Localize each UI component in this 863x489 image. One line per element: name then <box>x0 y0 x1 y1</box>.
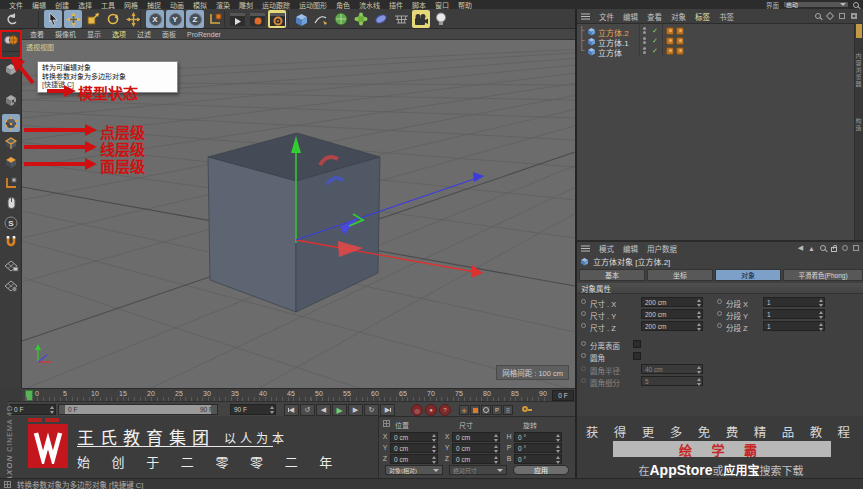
size-y-field[interactable]: 0 cm <box>452 443 500 453</box>
vp-menu-prorender[interactable]: ProRender <box>187 31 221 38</box>
workplane-lock-button[interactable] <box>2 257 20 275</box>
segments-z-field[interactable]: 1 <box>763 321 825 331</box>
tag-icon[interactable] <box>676 47 684 55</box>
enabled-check-icon[interactable]: ✓ <box>652 37 658 45</box>
next-frame-button[interactable]: ▶ <box>348 404 363 416</box>
search-icon[interactable] <box>853 2 859 8</box>
tab-structure[interactable]: 构造 <box>854 118 863 132</box>
anim-dot-icon[interactable] <box>717 311 722 316</box>
range-handle-right[interactable] <box>211 405 217 414</box>
back-arrow-icon[interactable]: ◀ <box>798 244 803 252</box>
viewport[interactable]: 查看 摄像机 显示 选项 过滤 面板 ProRender 透视视图 网格间距 :… <box>22 29 575 388</box>
rotate-tool-button[interactable] <box>104 10 122 28</box>
subdivision-surface-button[interactable] <box>332 10 350 28</box>
lock-x-button[interactable]: X <box>146 10 164 28</box>
size-z-field[interactable]: 0 cm <box>452 454 500 464</box>
vp-menu-filter[interactable]: 过滤 <box>137 29 151 39</box>
visibility-toggles[interactable] <box>643 47 647 55</box>
phong-tag-icon[interactable] <box>666 27 674 35</box>
floor-button[interactable] <box>392 10 410 28</box>
undo-button[interactable] <box>2 10 20 28</box>
record-pla-toggle[interactable]: ⠿ <box>503 405 513 415</box>
render-region-button[interactable] <box>248 10 266 28</box>
rot-b-field[interactable]: 0 ° <box>514 454 562 464</box>
texture-mode-button[interactable] <box>2 91 20 109</box>
om-menu-tags[interactable]: 标签 <box>695 11 710 22</box>
om-menu-objects[interactable]: 对象 <box>671 11 686 22</box>
magnet-snap-button[interactable] <box>2 233 20 251</box>
loop-button[interactable]: ↻ <box>364 404 379 416</box>
visibility-toggles[interactable] <box>643 37 647 45</box>
anim-dot-icon[interactable] <box>581 353 586 358</box>
range-handle-left[interactable] <box>59 405 65 414</box>
record-position-toggle[interactable]: ✛ <box>459 405 469 415</box>
end-frame-field[interactable]: 90 F <box>230 404 276 415</box>
environment-button[interactable] <box>372 10 390 28</box>
om-panel-icon[interactable] <box>851 13 857 19</box>
vp-menu-options[interactable]: 选项 <box>112 29 126 39</box>
fillet-checkbox[interactable] <box>633 352 641 360</box>
snap-button[interactable]: S <box>2 214 20 232</box>
tab-phong[interactable]: 平滑着色(Phong) <box>783 269 863 281</box>
light-button[interactable] <box>432 10 450 28</box>
size-x-field[interactable]: 0 cm <box>452 432 500 442</box>
axis-workplane-button[interactable] <box>2 174 20 192</box>
om-menu-bookmarks[interactable]: 书签 <box>719 11 734 22</box>
up-arrow-icon[interactable]: ▲ <box>808 245 815 252</box>
object-row[interactable]: └ 立方体 ✓ <box>577 46 855 56</box>
layout-dropdown[interactable]: 启动 <box>783 1 849 8</box>
lock-icon[interactable] <box>831 247 837 252</box>
key-icon[interactable] <box>522 405 532 415</box>
scale-tool-button[interactable] <box>84 10 102 28</box>
pos-y-field[interactable]: 0 cm <box>390 443 438 453</box>
segments-x-field[interactable]: 1 <box>763 297 825 307</box>
om-search-icon[interactable] <box>815 13 821 19</box>
vp-menu-view[interactable]: 查看 <box>30 29 44 39</box>
polygons-mode-button[interactable] <box>2 153 20 171</box>
tab-coordinates[interactable]: 坐标 <box>647 269 713 281</box>
tag-icon[interactable] <box>676 27 684 35</box>
anim-dot-icon[interactable] <box>581 311 586 316</box>
pos-z-field[interactable]: 0 cm <box>390 454 438 464</box>
rot-h-field[interactable]: 0 ° <box>514 432 562 442</box>
separate-surfaces-checkbox[interactable] <box>633 340 641 348</box>
tab-basic[interactable]: 基本 <box>579 269 645 281</box>
anim-dot-icon[interactable] <box>717 299 722 304</box>
lock-z-button[interactable]: Z <box>186 10 204 28</box>
record-parameter-toggle[interactable]: P <box>492 405 502 415</box>
render-settings-button[interactable] <box>268 10 286 28</box>
om-menu-view[interactable]: 查看 <box>647 11 662 22</box>
new-panel-icon[interactable] <box>853 245 859 251</box>
am-menu-userdata[interactable]: 用户数据 <box>647 243 677 254</box>
object-row[interactable]: ├ 立方体.1 ✓ <box>577 36 855 46</box>
tab-content-browser[interactable]: 内容浏览器 <box>854 53 863 88</box>
size-x-field[interactable]: 200 cm <box>641 297 703 307</box>
object-name[interactable]: 立方体 <box>598 47 622 58</box>
goto-end-button[interactable]: ▶ <box>380 404 395 416</box>
burger-icon[interactable] <box>581 13 590 20</box>
tweak-mode-button[interactable] <box>2 194 20 212</box>
am-menu-mode[interactable]: 模式 <box>599 243 614 254</box>
size-y-field[interactable]: 200 cm <box>641 309 703 319</box>
tag-icon[interactable] <box>676 37 684 45</box>
coordinate-system-button[interactable] <box>206 10 224 28</box>
play-button[interactable]: ▶ <box>332 404 347 416</box>
move-tool-button[interactable] <box>64 10 82 28</box>
enabled-check-icon[interactable]: ✓ <box>652 47 658 55</box>
object-row[interactable]: ├ 立方体.2 ✓ <box>577 26 855 36</box>
pos-x-field[interactable]: 0 cm <box>390 432 438 442</box>
view-label[interactable]: 透视视图 <box>26 42 54 52</box>
autokey-button[interactable]: ● <box>425 404 437 416</box>
anim-dot-icon[interactable] <box>581 299 586 304</box>
pen-spline-button[interactable] <box>312 10 330 28</box>
om-filter-icon[interactable] <box>826 12 834 20</box>
live-selection-button[interactable] <box>44 10 62 28</box>
edges-mode-button[interactable] <box>2 134 20 152</box>
segments-y-field[interactable]: 1 <box>763 309 825 319</box>
scrollbar-thumb[interactable] <box>856 24 862 38</box>
add-cube-button[interactable] <box>292 10 310 28</box>
section-object-properties[interactable]: 对象属性 <box>577 283 863 294</box>
record-scale-toggle[interactable] <box>470 405 480 415</box>
render-view-button[interactable] <box>228 10 246 28</box>
lock-y-button[interactable]: Y <box>166 10 184 28</box>
